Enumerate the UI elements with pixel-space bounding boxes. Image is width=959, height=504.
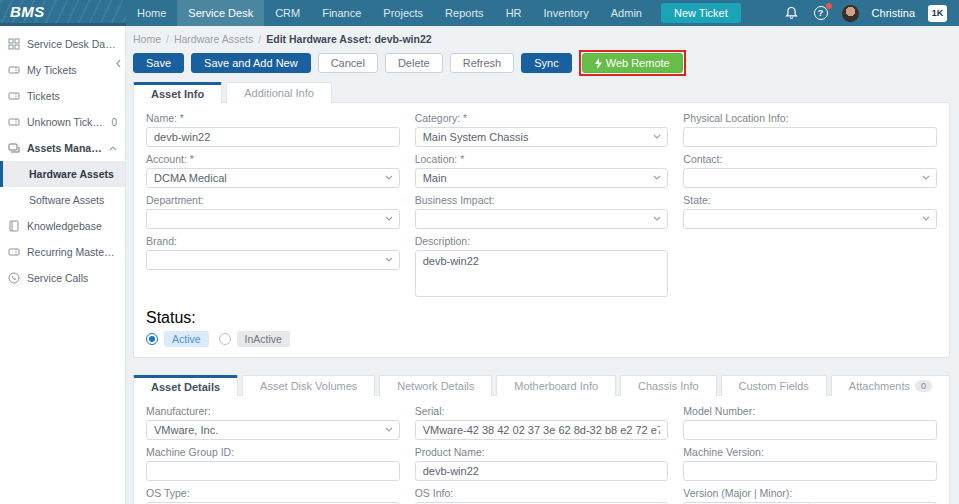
sidebar-item-unknown-tickets[interactable]: Unknown Tickets 0	[0, 109, 125, 135]
status-inactive-label: InActive	[237, 331, 290, 347]
nav-crm[interactable]: CRM	[264, 0, 311, 26]
sidebar-item-service-calls[interactable]: Service Calls	[0, 265, 125, 291]
breadcrumb-separator	[166, 33, 169, 45]
field-department: Department:	[146, 194, 400, 229]
nav-reports[interactable]: Reports	[434, 0, 495, 26]
tab-custom-fields[interactable]: Custom Fields	[721, 375, 827, 396]
tab-asset-info[interactable]: Asset Info	[133, 82, 222, 103]
field-name: Name: *	[146, 112, 400, 147]
account-select[interactable]	[146, 168, 400, 188]
field-os-info: OS Info:	[415, 487, 669, 504]
sidebar-item-label: Software Assets	[29, 194, 104, 206]
status-active-label: Active	[164, 331, 209, 347]
sidebar-item-hardware-assets[interactable]: Hardware Assets	[0, 161, 125, 187]
field-empty-spacer	[683, 235, 937, 301]
department-select[interactable]	[146, 209, 400, 229]
save-and-add-new-button[interactable]: Save and Add New	[191, 53, 311, 73]
sidebar-item-label: Knowledgebase	[27, 220, 102, 232]
nav-finance[interactable]: Finance	[311, 0, 372, 26]
nav-home[interactable]: Home	[126, 0, 177, 26]
nav-admin[interactable]: Admin	[600, 0, 653, 26]
sidebar-collapse-icon[interactable]	[115, 59, 122, 70]
nav-projects[interactable]: Projects	[372, 0, 434, 26]
save-button[interactable]: Save	[133, 53, 184, 73]
machine-version-input[interactable]	[683, 461, 937, 481]
manufacturer-select[interactable]	[146, 420, 400, 440]
user-name[interactable]: Christina	[872, 7, 915, 19]
name-input[interactable]	[146, 127, 400, 147]
tab-chassis-info[interactable]: Chassis Info	[620, 375, 717, 396]
brand-select[interactable]	[146, 250, 400, 270]
field-category: Category: *	[415, 112, 669, 147]
asset-details-panel: Manufacturer: Serial: Model Number:	[133, 395, 950, 504]
bms-logo[interactable]: BMS	[0, 0, 126, 26]
state-select[interactable]	[683, 209, 937, 229]
delete-button[interactable]: Delete	[385, 53, 443, 73]
sidebar-item-label: Service Calls	[27, 272, 88, 284]
top-navigation-bar: BMS Home Service Desk CRM Finance Projec…	[0, 0, 959, 26]
product-name-input[interactable]	[415, 461, 669, 481]
breadcrumb-hardware-assets[interactable]: Hardware Assets	[174, 33, 253, 45]
help-notification-dot	[826, 3, 832, 9]
field-os-type: OS Type:	[146, 487, 400, 504]
dashboard-icon	[8, 38, 20, 50]
status-inactive-radio[interactable]: InActive	[219, 331, 290, 347]
category-select[interactable]	[415, 127, 669, 147]
field-location: Location: *	[415, 153, 669, 188]
sidebar-item-label: Tickets	[27, 90, 60, 102]
sidebar-item-assets-management[interactable]: Assets Management	[0, 135, 125, 161]
nav-hr[interactable]: HR	[495, 0, 533, 26]
ticket-icon	[8, 116, 20, 128]
sidebar-item-my-tickets[interactable]: My Tickets	[0, 57, 125, 83]
field-status: Status: Active InActive	[146, 309, 937, 347]
tab-motherboard-info[interactable]: Motherboard Info	[496, 375, 616, 396]
sidebar-item-tickets[interactable]: Tickets	[0, 83, 125, 109]
ticket-icon	[8, 90, 20, 102]
field-version: Version (Major | Minor):	[683, 487, 937, 504]
field-brand: Brand:	[146, 235, 400, 301]
phone-icon	[8, 272, 20, 284]
field-physical-location: Physical Location Info:	[683, 112, 937, 147]
status-active-radio[interactable]: Active	[146, 331, 209, 347]
app-window: BMS Home Service Desk CRM Finance Projec…	[0, 0, 959, 504]
physical-location-input[interactable]	[683, 127, 937, 147]
web-remote-button[interactable]: Web Remote	[582, 53, 683, 73]
user-avatar[interactable]	[842, 5, 859, 22]
help-icon[interactable]: ?	[813, 5, 829, 21]
tab-attachments[interactable]: Attachments 0	[831, 375, 950, 396]
contact-select[interactable]	[683, 168, 937, 188]
cancel-button[interactable]: Cancel	[318, 53, 378, 73]
sidebar-item-label: My Tickets	[27, 64, 77, 76]
business-impact-select[interactable]	[415, 209, 669, 229]
notifications-bell-icon[interactable]	[784, 5, 800, 21]
tab-asset-details[interactable]: Asset Details	[133, 375, 238, 396]
tab-asset-disk-volumes[interactable]: Asset Disk Volumes	[242, 375, 375, 396]
model-number-input[interactable]	[683, 420, 937, 440]
chevron-up-icon	[109, 146, 117, 151]
new-ticket-button[interactable]: New Ticket	[661, 3, 741, 23]
field-serial: Serial:	[415, 405, 669, 440]
sidebar-item-service-desk-dashboard[interactable]: Service Desk Dashboard	[0, 31, 125, 57]
breadcrumb-separator	[258, 33, 261, 45]
field-manufacturer: Manufacturer:	[146, 405, 400, 440]
nav-service-desk[interactable]: Service Desk	[177, 0, 264, 26]
serial-input[interactable]	[415, 420, 669, 440]
kaseya-one-icon[interactable]: 1K	[928, 5, 947, 22]
tab-network-details[interactable]: Network Details	[379, 375, 492, 396]
location-select[interactable]	[415, 168, 669, 188]
assets-icon	[8, 142, 20, 154]
sidebar-item-label: Hardware Assets	[29, 168, 114, 180]
machine-group-id-input[interactable]	[146, 461, 400, 481]
primary-tabs: Asset Info Additional Info	[133, 82, 950, 103]
sidebar-item-recurring-master-tickets[interactable]: Recurring Master Tickets	[0, 239, 125, 265]
breadcrumb: Home Hardware Assets Edit Hardware Asset…	[133, 33, 950, 45]
breadcrumb-home[interactable]: Home	[133, 33, 161, 45]
sidebar-item-software-assets[interactable]: Software Assets	[0, 187, 125, 213]
sidebar-item-knowledgebase[interactable]: Knowledgebase	[0, 213, 125, 239]
refresh-button[interactable]: Refresh	[450, 53, 515, 73]
nav-inventory[interactable]: Inventory	[533, 0, 600, 26]
sync-button[interactable]: Sync	[521, 53, 571, 73]
description-textarea[interactable]: devb-win22	[415, 250, 669, 297]
main-nav: Home Service Desk CRM Finance Projects R…	[126, 0, 741, 26]
tab-additional-info[interactable]: Additional Info	[226, 82, 332, 103]
